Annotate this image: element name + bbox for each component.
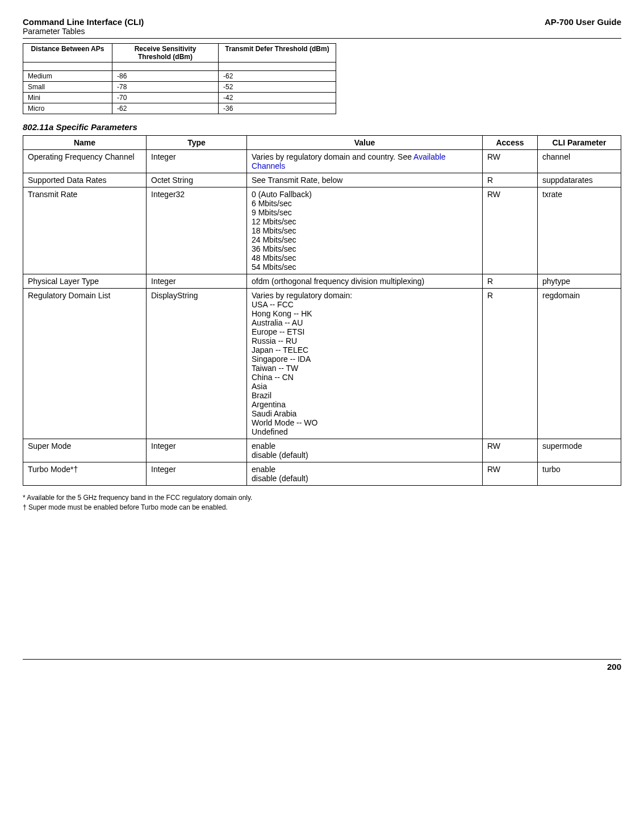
distance-table: Distance Between APs Receive Sensitivity… [23,43,336,114]
cell-cli: phytype [538,274,621,289]
table-row: Supported Data Rates Octet String See Tr… [23,173,621,187]
value-line: enable [252,441,478,451]
value-line: 54 Mbits/sec [252,262,478,272]
cell-value: ofdm (orthogonal frequency division mult… [247,274,483,289]
header-left: Command Line Interface (CLI) Parameter T… [23,17,144,36]
value-line: Argentina [252,400,478,409]
value-line: 9 Mbits/sec [252,208,478,217]
value-line: 48 Mbits/sec [252,253,478,262]
cell-name: Operating Frequency Channel [23,150,147,173]
cell-name: Super Mode [23,439,147,462]
table-row: Transmit Rate Integer32 0 (Auto Fallback… [23,187,621,274]
cell-type: Integer [147,439,247,462]
cell: -42 [219,93,336,103]
table-row: Super Mode Integer enable disable (defau… [23,439,621,462]
cell-value: Varies by regulatory domain: USA -- FCC … [247,289,483,439]
table-row: Physical Layer Type Integer ofdm (orthog… [23,274,621,289]
cell-type: Integer [147,462,247,486]
col-distance: Distance Between APs [23,44,112,62]
value-line: Europe -- ETSI [252,327,478,336]
cell: -52 [219,82,336,93]
cell-value: enable disable (default) [247,439,483,462]
cell-cli: txrate [538,187,621,274]
table-row: Micro -62 -36 [23,103,336,114]
value-line: disable (default) [252,474,478,483]
value-line: 6 Mbits/sec [252,199,478,208]
table-row: Mini -70 -42 [23,93,336,103]
value-line: Australia -- AU [252,318,478,327]
cell-access: RW [483,187,538,274]
value-line: Asia [252,382,478,391]
page-header: Command Line Interface (CLI) Parameter T… [23,17,621,39]
cell-type: Integer [147,150,247,173]
table-row: Operating Frequency Channel Integer Vari… [23,150,621,173]
cell-cli: turbo [538,462,621,486]
value-line: Saudi Arabia [252,409,478,418]
cell-access: RW [483,439,538,462]
value-line: 12 Mbits/sec [252,217,478,226]
cell: -70 [112,93,219,103]
header-subtitle: Parameter Tables [23,27,144,36]
cell-cli: suppdatarates [538,173,621,187]
value-line: Undefined [252,427,478,436]
table-row: Regulatory Domain List DisplayString Var… [23,289,621,439]
col-name: Name [23,136,147,150]
section-heading: 802.11a Specific Parameters [23,122,621,132]
col-value: Value [247,136,483,150]
cell: -62 [219,71,336,82]
cell-name: Physical Layer Type [23,274,147,289]
parameters-table: Name Type Value Access CLI Parameter Ope… [23,135,621,486]
cell-name: Regulatory Domain List [23,289,147,439]
value-line: Japan -- TELEC [252,345,478,355]
header-title: Command Line Interface (CLI) [23,17,144,27]
cell-value: 0 (Auto Fallback) 6 Mbits/sec 9 Mbits/se… [247,187,483,274]
col-transmit: Transmit Defer Threshold (dBm) [219,44,336,62]
cell-type: Octet String [147,173,247,187]
cell: -78 [112,82,219,93]
table-row: Medium -86 -62 [23,71,336,82]
cell-name: Supported Data Rates [23,173,147,187]
cell-access: RW [483,462,538,486]
value-line: World Mode -- WO [252,418,478,427]
cell-cli: channel [538,150,621,173]
cell-type: Integer32 [147,187,247,274]
col-receive: Receive Sensitivity Threshold (dBm) [112,44,219,62]
footnote-2: † Super mode must be enabled before Turb… [23,503,621,511]
value-line: 36 Mbits/sec [252,244,478,253]
cell: -86 [112,71,219,82]
cell-value: enable disable (default) [247,462,483,486]
cell: Mini [23,93,112,103]
value-line: disable (default) [252,451,478,460]
table-row: Turbo Mode*† Integer enable disable (def… [23,462,621,486]
cell-name: Transmit Rate [23,187,147,274]
cell: Micro [23,103,112,114]
cell-cli: regdomain [538,289,621,439]
cell-access: R [483,274,538,289]
cell-type: Integer [147,274,247,289]
cell-type: DisplayString [147,289,247,439]
col-type: Type [147,136,247,150]
cell: -62 [112,103,219,114]
cell-access: R [483,289,538,439]
cell: -36 [219,103,336,114]
cell-value: See Transmit Rate, below [247,173,483,187]
header-guide: AP-700 User Guide [545,17,621,27]
value-line: Varies by regulatory domain: [252,291,478,300]
cell-value: Varies by regulatory domain and country.… [247,150,483,173]
col-access: Access [483,136,538,150]
value-text: Varies by regulatory domain and country.… [252,152,413,161]
cell: Small [23,82,112,93]
value-line: Hong Kong -- HK [252,309,478,318]
value-line: Brazil [252,391,478,400]
value-line: enable [252,465,478,474]
cell-name: Turbo Mode*† [23,462,147,486]
footnote-1: * Available for the 5 GHz frequency band… [23,494,621,502]
page-footer: 200 [23,659,621,672]
page-number: 200 [607,662,621,672]
table-row: Small -78 -52 [23,82,336,93]
value-line: 24 Mbits/sec [252,235,478,244]
value-line: Russia -- RU [252,336,478,345]
value-line: 18 Mbits/sec [252,226,478,235]
cell: Medium [23,71,112,82]
value-line: Singapore -- IDA [252,355,478,364]
